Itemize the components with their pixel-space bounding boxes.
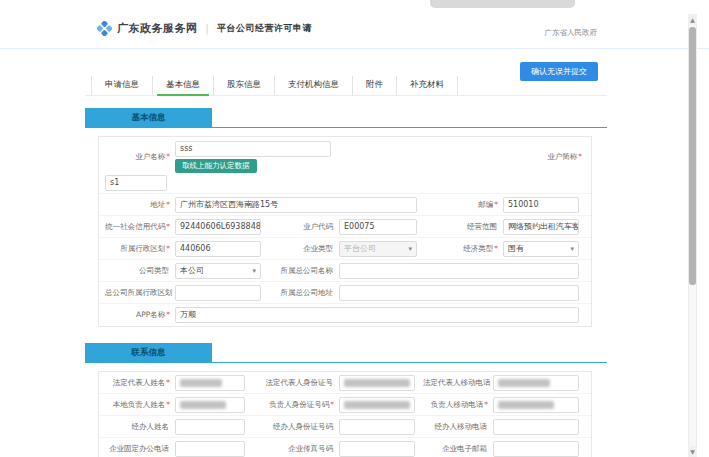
redacted-value [498,401,554,409]
fetch-online-capability-button[interactable]: 取线上能力认定数据 [175,159,257,173]
tab-supplementary[interactable]: 补充材料 [396,76,458,95]
form-row: 企业固定办公电话 企业传真号码 企业电子邮箱 [99,438,591,457]
basic-info-form: 业户名称* sss 取线上能力认定数据 业户简称* s1 地址* 广州市荔湾区西… [98,136,592,327]
hq-address-input[interactable] [339,285,579,301]
page-title: 平台公司经营许可申请 [217,22,312,35]
legal-name-label: 法定代表人姓名 [113,378,166,387]
email-input[interactable] [493,441,579,457]
agent-id-label: 经办人身份证号码 [273,422,333,431]
address-input[interactable]: 广州市荔湾区西海南路15号 [175,197,417,213]
form-row: APP名称* 万顺 [99,304,591,326]
hq-address-label: 所属总公司地址 [281,288,334,297]
division-input[interactable]: 440606 [175,241,261,257]
form-tabs: 申请信息 基本信息 股东信息 支付机构信息 附件 补充材料 [85,79,607,96]
header-separator: | [206,23,209,34]
app-name-label: APP名称 [136,310,165,319]
econ-type-select[interactable]: 国有 [503,241,579,257]
gov-portal-link[interactable]: 广东省人民政府 [545,28,598,38]
yehu-name-label: 业户名称 [135,152,165,161]
basic-info-section-header: 基本信息 [85,105,607,128]
legal-id-label: 法定代表人身份证号 [266,378,334,387]
contact-info-form: 法定代表人姓名* 法定代表人身份证号 法定代表人移动电话 本地负责人姓名* 负责… [98,371,592,457]
agent-name-label: 经办人姓名 [132,422,170,431]
legal-phone-input[interactable] [493,375,579,391]
redacted-value [344,379,410,387]
brand-name: 广东政务服务网 [117,21,198,36]
division-label: 所属行政区划 [120,244,165,253]
form-row: 所属行政区划* 440606 企业类型 平台公司 经济类型* 国有 [99,238,591,260]
agent-phone-input[interactable] [493,419,579,435]
legal-id-input[interactable] [339,375,415,391]
office-phone-label: 企业固定办公电话 [109,444,169,453]
redacted-value [344,401,410,409]
credit-code-label: 统一社会信用代码 [105,222,165,231]
ent-type-select: 平台公司 [339,241,417,257]
resp-phone-label: 负责人移动电话 [431,400,484,409]
redacted-value [498,379,550,387]
redacted-value [180,401,226,409]
hq-name-input[interactable] [339,263,579,279]
agent-phone-label: 经办人移动电话 [435,422,488,431]
company-type-select[interactable]: 本公司 [175,263,261,279]
resp-phone-input[interactable] [493,397,579,413]
ent-type-label: 企业类型 [303,244,333,253]
resp-id-label: 负责人身份证号码 [269,400,329,409]
yehu-short-label: 业户简称 [547,152,577,161]
form-row: 本地负责人姓名* 负责人身份证号码* 负责人移动电话* [99,394,591,416]
scrollbar-down-arrow-icon[interactable] [688,446,697,457]
confirm-submit-button[interactable]: 确认无误并提交 [520,62,598,81]
yehu-short-input[interactable]: s1 [105,175,167,191]
email-label: 企业电子邮箱 [442,444,487,453]
tab-basic-info[interactable]: 基本信息 [152,76,213,95]
gdzwfw-logo-icon [97,21,112,36]
tab-shareholder-info[interactable]: 股东信息 [213,76,274,95]
postcode-label: 邮编 [478,200,493,209]
postcode-input[interactable]: 510010 [503,197,579,213]
legal-name-input[interactable] [175,375,245,391]
tab-payment-org-info[interactable]: 支付机构信息 [274,76,352,95]
legal-phone-label: 法定代表人移动电话 [423,378,491,387]
hq-division-input[interactable] [175,285,261,301]
scope-label: 经营范围 [467,222,497,231]
form-row: 总公司所属行政区划 所属总公司地址 [99,282,591,304]
vertical-scrollbar-thumb[interactable] [689,27,696,285]
form-row: 业户名称* sss 取线上能力认定数据 业户简称* s1 [99,137,591,194]
econ-type-label: 经济类型 [463,244,493,253]
company-type-label: 公司类型 [139,266,169,275]
site-header: 广东政务服务网 | 平台公司经营许可申请 广东省人民政府 [0,13,709,49]
resp-id-input[interactable] [339,397,415,413]
tab-apply-info[interactable]: 申请信息 [91,76,152,95]
yehu-code-input[interactable]: E00075 [339,219,417,235]
agent-id-input[interactable] [339,419,415,435]
form-row: 法定代表人姓名* 法定代表人身份证号 法定代表人移动电话 [99,372,591,394]
redacted-value [180,379,222,387]
scope-input[interactable]: 网络预约出租汽车客 [503,219,579,235]
yehu-name-input[interactable]: sss [175,141,331,157]
form-row: 统一社会信用代码* 92440606L6938848 业户代码 E00075 经… [99,216,591,238]
form-row: 地址* 广州市荔湾区西海南路15号 邮编* 510010 [99,194,591,216]
credit-code-input[interactable]: 92440606L6938848 [175,219,261,235]
tab-attachments[interactable]: 附件 [352,76,396,95]
scrollbar-up-arrow-icon[interactable] [688,14,697,25]
fax-label: 企业传真号码 [288,444,333,453]
hq-name-label: 所属总公司名称 [281,266,334,275]
local-name-input[interactable] [175,397,245,413]
yehu-code-label: 业户代码 [303,222,333,231]
address-label: 地址 [150,200,165,209]
form-row: 公司类型 本公司 所属总公司名称 [99,260,591,282]
hq-division-label: 总公司所属行政区划 [105,288,173,297]
local-name-label: 本地负责人姓名 [113,400,166,409]
top-notch-decoration [430,0,575,8]
contact-info-section-header: 联系信息 [85,340,607,363]
agent-name-input[interactable] [175,419,245,435]
form-panel: 确认无误并提交 申请信息 基本信息 股东信息 支付机构信息 附件 补充材料 基本… [85,49,607,457]
app-name-input[interactable]: 万顺 [175,307,579,323]
fax-input[interactable] [339,441,415,457]
office-phone-input[interactable] [175,441,245,457]
form-row: 经办人姓名 经办人身份证号码 经办人移动电话 [99,416,591,438]
